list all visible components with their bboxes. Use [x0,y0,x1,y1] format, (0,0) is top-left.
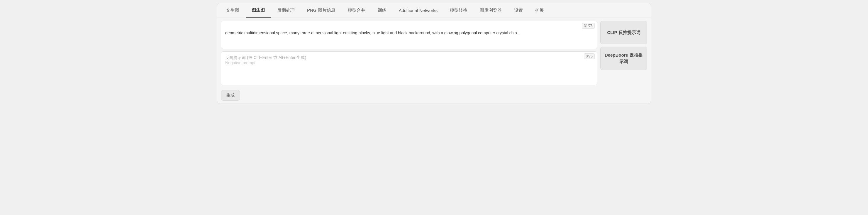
buttons-panel: CLIP 反推提示词 DeepBooru 反推提示词 [600,21,647,85]
tab-gallery[interactable]: 图库浏览器 [474,3,507,17]
positive-prompt-counter: 31/75 [582,23,595,29]
tab-settings[interactable]: 设置 [508,3,529,17]
clip-button[interactable]: CLIP 反推提示词 [600,21,647,44]
deepbooru-button[interactable]: DeepBooru 反推提示词 [600,47,647,70]
positive-prompt-wrapper: 31/75 [221,21,597,49]
app-container: 文生图 图生图 后期处理 PNG 图片信息 模型合并 训练 Additional… [217,3,651,104]
tab-postprocess[interactable]: 后期处理 [271,3,301,17]
main-content: 31/75 0/75 反向提示词 (按 Ctrl+Enter 或 Alt+Ent… [217,18,651,88]
tab-model-merge[interactable]: 模型合并 [342,3,371,17]
tab-txt2img[interactable]: 文生图 [220,3,245,17]
negative-prompt-wrapper: 0/75 反向提示词 (按 Ctrl+Enter 或 Alt+Enter 生成)… [221,51,597,85]
positive-prompt-input[interactable] [221,21,597,48]
tab-img2img[interactable]: 图生图 [246,3,271,18]
negative-prompt-input[interactable] [221,52,597,84]
tab-model-convert[interactable]: 模型转换 [444,3,473,17]
tab-extensions[interactable]: 扩展 [529,3,550,17]
negative-prompt-counter: 0/75 [584,53,595,59]
tab-bar: 文生图 图生图 后期处理 PNG 图片信息 模型合并 训练 Additional… [217,3,651,18]
generate-button[interactable]: 生成 [221,90,240,101]
bottom-row: 生成 [217,88,651,103]
prompts-panel: 31/75 0/75 反向提示词 (按 Ctrl+Enter 或 Alt+Ent… [221,21,597,85]
tab-additional-networks[interactable]: Additional Networks [393,4,444,17]
tab-train[interactable]: 训练 [372,3,392,17]
tab-png-info[interactable]: PNG 图片信息 [301,3,341,17]
